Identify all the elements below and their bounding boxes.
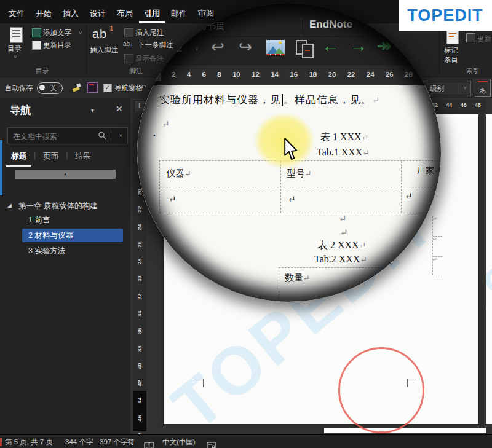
next-comment-icon[interactable]: ↪ xyxy=(239,39,252,55)
autosave-label: 自动保存 xyxy=(5,84,33,93)
table-cell-vendor[interactable]: 厂家↵ xyxy=(417,165,440,176)
footnote-superscript: 1 xyxy=(109,25,113,32)
return-mark: ↵ xyxy=(339,213,347,224)
table2-caption-cn: 表 2 XXX↵ xyxy=(318,239,366,252)
ruler-number: 22 xyxy=(137,203,143,216)
nav-pane-checkbox-label[interactable]: 导航窗格 xyxy=(114,84,143,93)
toggle-knob xyxy=(39,85,45,90)
format-brush-icon[interactable] xyxy=(71,82,81,92)
tab-file[interactable]: 文件 xyxy=(4,6,30,23)
ruler-number: 22 xyxy=(347,71,355,78)
chevron-down-icon[interactable]: ˅ xyxy=(14,54,17,60)
chevron-down-icon[interactable]: ˅ xyxy=(119,133,122,139)
word-count[interactable]: 344 个字 xyxy=(65,438,93,447)
tab-pages[interactable]: 页面 xyxy=(38,150,63,167)
chevron-down-icon[interactable]: ˅ xyxy=(195,46,199,52)
next-footnote-button[interactable]: 下一条脚注 xyxy=(138,41,173,50)
table-cell-instrument[interactable]: 仪器↵ xyxy=(166,168,191,179)
show-notes-icon xyxy=(124,54,133,63)
search-icon[interactable] xyxy=(98,131,106,140)
ruler-number: 2 xyxy=(172,71,175,78)
ruler-number: 46 xyxy=(137,411,143,425)
chevron-down-icon[interactable]: ˅ xyxy=(79,30,82,36)
update-index-icon xyxy=(466,33,475,42)
ruler-number: 42 xyxy=(137,377,143,390)
close-icon[interactable]: ✕ xyxy=(116,104,123,114)
ruler-number: 16 xyxy=(290,71,298,78)
tab-references[interactable]: 引用 xyxy=(139,6,165,23)
tab-headings[interactable]: 标题 xyxy=(6,150,31,167)
arrow-right-icon[interactable]: → xyxy=(350,37,367,55)
tree-item-intro[interactable]: 1 前言 xyxy=(28,215,50,226)
nav-scrollbar[interactable] xyxy=(0,140,2,195)
ruler-number: 26 xyxy=(386,71,394,78)
ribbon-tabs: 文件 开始 插入 设计 布局 引用 邮件 审阅 xyxy=(4,6,219,23)
insert-figure-icon[interactable] xyxy=(266,40,285,55)
nav-pane-menu-icon[interactable]: ▾ xyxy=(91,107,94,114)
table2-caption-en: Tab.2 XXX↵ xyxy=(314,254,367,265)
next-page-sliver: TOPEDIT xyxy=(486,114,492,424)
return-mark: ↵ xyxy=(340,227,348,238)
tab-design[interactable]: 设计 xyxy=(85,6,111,23)
level-dropdown[interactable]: 级别 ˅ xyxy=(423,81,471,96)
insert-endnote-icon xyxy=(124,28,133,37)
collapse-bar[interactable]: ▴ xyxy=(15,170,116,179)
language-indicator[interactable]: 中文(中国) xyxy=(162,438,196,447)
ruler-number: 44 xyxy=(137,394,143,407)
undo-icon[interactable]: ↶ xyxy=(140,83,146,92)
arrow-left-icon[interactable]: ← xyxy=(322,37,339,55)
toc-icon xyxy=(10,27,23,43)
mark-entry-button[interactable]: 标记 xyxy=(444,46,458,55)
horizontal-scrollbar[interactable] xyxy=(324,428,486,433)
ruler-number: 10 xyxy=(232,71,240,78)
tab-insert[interactable]: 插入 xyxy=(58,6,84,23)
ruler-number: 46 xyxy=(461,102,467,108)
display-settings-icon[interactable] xyxy=(207,442,216,448)
ruler-number: 6 xyxy=(202,71,205,78)
insert-footnote-button[interactable]: 插入脚注 xyxy=(90,45,118,55)
char-count[interactable]: 397 个字符 xyxy=(100,438,135,447)
nav-pane-tabs: 标题 | 页面 | 结果 xyxy=(6,150,95,167)
tree-item-chapter1[interactable]: 第一章 质粒载体的构建 xyxy=(18,201,97,211)
tab-review[interactable]: 审阅 xyxy=(193,6,219,23)
return-mark: ↵ xyxy=(162,119,170,130)
autosave-toggle[interactable]: 关 xyxy=(37,82,63,94)
return-mark: ↵ xyxy=(169,194,177,205)
table1-caption-en: Tab.1 XXX↵ xyxy=(317,147,370,158)
arrow-double-icon[interactable]: ↠ xyxy=(377,37,391,55)
media-icon[interactable] xyxy=(87,82,98,93)
mark-entry-icon xyxy=(446,31,459,44)
toggle-state: 关 xyxy=(50,84,57,93)
phonetic-guide-icon[interactable]: あ xyxy=(475,79,491,97)
update-toc-button[interactable]: 更新目录 xyxy=(43,41,71,50)
page-indicator[interactable]: 第 5 页, 共 7 页 xyxy=(5,438,53,447)
mark-entry-button-line2[interactable]: 条目 xyxy=(444,55,458,65)
ruler-number: 30 xyxy=(137,272,143,286)
tab-home[interactable]: 开始 xyxy=(31,6,57,23)
tree-item-methods[interactable]: 3 实验方法 xyxy=(28,246,65,256)
chevron-down-icon[interactable]: ˅ xyxy=(464,85,467,91)
recording-indicator xyxy=(0,438,2,446)
add-text-button[interactable]: 添加文字 xyxy=(43,28,71,37)
table-cell-quantity[interactable]: 数量↵ xyxy=(285,272,310,284)
ruler-numbers: 246810121416182022242628 xyxy=(172,71,413,78)
tab-results[interactable]: 结果 xyxy=(70,150,95,167)
ruler-number: 24 xyxy=(367,71,375,78)
return-mark: ↵ xyxy=(372,95,380,105)
previous-comment-icon[interactable]: ↩ xyxy=(211,39,224,55)
search-input[interactable]: 在文档中搜索 ˅ xyxy=(7,127,128,144)
tree-expand-icon[interactable]: ◢ xyxy=(7,202,12,208)
toc-button[interactable]: 目录 xyxy=(7,44,22,53)
nav-pane-checkbox[interactable]: ✓ xyxy=(103,84,112,92)
next-footnote-icon: ab↓ xyxy=(123,41,133,47)
ruler-number: 48 xyxy=(475,102,481,108)
proofing-book-icon[interactable] xyxy=(144,442,154,448)
endnote-tab[interactable]: EndNote xyxy=(309,18,352,31)
tree-item-materials[interactable]: 2 材料与仪器 xyxy=(28,230,73,241)
line1-before-cursor: 实验所用材料与仪器，见 xyxy=(159,94,281,106)
tab-layout[interactable]: 布局 xyxy=(112,6,138,23)
insert-endnote-button[interactable]: 插入尾注 xyxy=(135,28,164,37)
magnified-ruler[interactable]: 246810121416182022242628 xyxy=(137,65,441,87)
group-divider xyxy=(439,25,440,74)
tab-mailings[interactable]: 邮件 xyxy=(166,6,192,23)
